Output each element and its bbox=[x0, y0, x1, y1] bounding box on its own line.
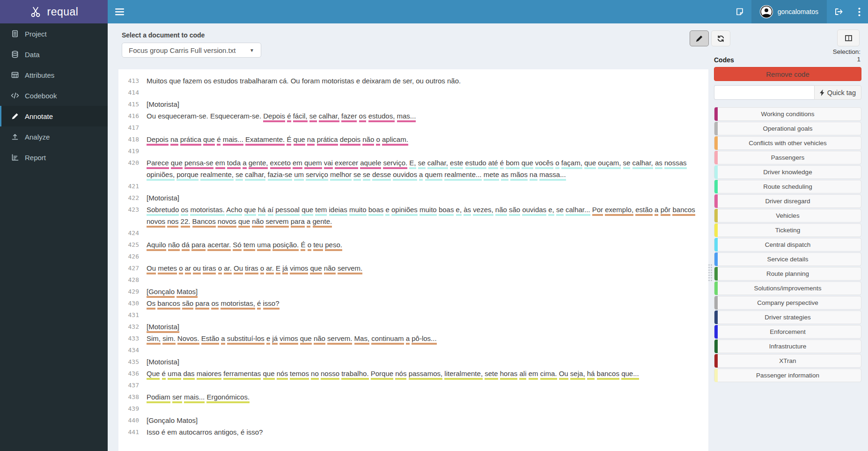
annotated-span[interactable]: Ou bbox=[234, 264, 243, 274]
annotated-span[interactable]: servem bbox=[265, 217, 288, 228]
annotated-span[interactable]: massa... bbox=[539, 170, 566, 181]
annotated-span[interactable]: sim. bbox=[162, 334, 176, 345]
panel-resize-handle[interactable] bbox=[707, 263, 712, 282]
highlighter-mode-button[interactable] bbox=[690, 30, 709, 46]
line-text[interactable]: Sobretudo os motoristas. Acho que há aí … bbox=[147, 204, 703, 227]
annotated-span[interactable]: muito bbox=[419, 206, 437, 216]
annotated-span[interactable]: calhar, bbox=[633, 159, 653, 169]
line-text[interactable]: Depois na prática que é mais... Exatamen… bbox=[147, 133, 703, 145]
annotated-span[interactable]: seja, bbox=[570, 370, 585, 380]
line-text[interactable]: Isso é em autocarros antigos, é isso? bbox=[147, 426, 703, 438]
annotated-span[interactable]: muito bbox=[349, 206, 367, 216]
annotated-span[interactable]: o bbox=[308, 241, 311, 251]
annotated-span[interactable]: realmente... bbox=[444, 170, 481, 181]
annotated-span[interactable]: fazia-se bbox=[268, 170, 293, 181]
annotated-span[interactable]: não bbox=[314, 334, 325, 345]
annotated-span[interactable]: servem. bbox=[327, 334, 352, 345]
annotated-span[interactable]: ar. bbox=[266, 264, 274, 274]
annotated-span[interactable]: nosso bbox=[321, 370, 339, 380]
annotated-span[interactable]: nos bbox=[167, 217, 178, 228]
annotated-span[interactable]: trabalho. bbox=[341, 370, 368, 380]
line-text[interactable]: Sim, sim. Novos. Estão a substituí-los e… bbox=[147, 333, 703, 344]
annotated-span[interactable]: Ou bbox=[559, 370, 568, 380]
annotated-span[interactable]: a bbox=[419, 170, 423, 181]
annotated-span[interactable]: já bbox=[282, 264, 288, 274]
annotated-span[interactable]: estudos, bbox=[368, 112, 395, 122]
annotated-span[interactable]: no bbox=[311, 370, 319, 380]
annotated-span[interactable]: Podiam bbox=[147, 393, 170, 403]
quick-tag-button[interactable]: Quick tag bbox=[814, 85, 861, 100]
annotated-span[interactable]: é bbox=[500, 159, 504, 169]
annotated-span[interactable]: na bbox=[307, 135, 315, 146]
annotated-span[interactable]: um bbox=[294, 170, 304, 181]
annotated-span[interactable]: é bbox=[257, 299, 261, 310]
annotated-span[interactable]: bancos bbox=[157, 299, 180, 310]
annotated-span[interactable]: gente. bbox=[313, 217, 332, 228]
annotated-span[interactable]: e bbox=[266, 334, 270, 345]
annotated-span[interactable]: continuam bbox=[371, 334, 404, 345]
annotated-span[interactable]: Aquilo bbox=[147, 241, 166, 251]
annotated-span[interactable]: Ou bbox=[147, 264, 156, 274]
annotated-span[interactable]: bom bbox=[506, 159, 519, 169]
line-text[interactable]: [Motorista] bbox=[147, 356, 703, 368]
annotated-span[interactable]: melhor bbox=[330, 170, 352, 181]
annotated-span[interactable]: as bbox=[501, 170, 508, 181]
annotated-span[interactable]: que bbox=[584, 159, 596, 169]
annotated-span[interactable]: mete bbox=[484, 170, 499, 181]
annotated-span[interactable]: para bbox=[191, 241, 206, 251]
annotated-span[interactable]: não bbox=[168, 241, 180, 251]
annotated-span[interactable]: vezes, bbox=[473, 206, 493, 216]
annotated-span[interactable]: é bbox=[217, 135, 221, 146]
annotated-span[interactable]: o bbox=[179, 264, 183, 274]
line-text[interactable] bbox=[147, 344, 703, 356]
code-item[interactable]: Driver knowledge bbox=[714, 165, 861, 179]
line-text[interactable]: Podiam ser mais... Ergonómicos. bbox=[147, 391, 703, 403]
code-item[interactable]: Central dispatch bbox=[714, 238, 861, 251]
code-item[interactable]: Solutions/improvements bbox=[714, 281, 861, 295]
line-text[interactable]: Aquilo não dá para acertar. Só tem uma p… bbox=[147, 239, 703, 251]
annotated-span[interactable]: literalmente, bbox=[444, 370, 483, 380]
annotated-span[interactable]: quem bbox=[425, 170, 443, 181]
annotated-span[interactable]: se bbox=[418, 159, 426, 169]
annotated-span[interactable]: aí bbox=[268, 206, 274, 216]
annotated-span[interactable]: os bbox=[359, 112, 367, 122]
annotated-span[interactable]: Depois bbox=[263, 112, 285, 122]
annotated-span[interactable]: para bbox=[195, 299, 209, 310]
annotated-span[interactable]: em bbox=[529, 370, 538, 380]
sidebar-item-data[interactable]: Data bbox=[0, 44, 108, 65]
notes-icon[interactable] bbox=[728, 0, 751, 23]
annotated-span[interactable]: se bbox=[353, 170, 361, 181]
annotated-span[interactable]: a bbox=[307, 217, 310, 228]
refresh-button[interactable] bbox=[711, 30, 730, 46]
annotated-span[interactable]: este bbox=[450, 159, 463, 169]
annotated-span[interactable]: vimos bbox=[280, 334, 298, 345]
annotated-span[interactable]: às bbox=[463, 206, 471, 216]
annotated-span[interactable]: nós bbox=[395, 370, 406, 380]
annotated-span[interactable]: [Gonçalo bbox=[147, 288, 175, 298]
line-text[interactable]: Parece que pensa-se em toda a gente, exc… bbox=[147, 157, 703, 180]
line-text[interactable] bbox=[147, 227, 703, 239]
sidebar-item-codebook[interactable]: Codebook bbox=[0, 85, 108, 106]
annotated-span[interactable]: pôr bbox=[661, 206, 671, 216]
annotated-span[interactable]: que... bbox=[621, 370, 639, 380]
annotated-span[interactable]: É bbox=[287, 135, 291, 146]
annotated-span[interactable]: maiores bbox=[197, 370, 221, 380]
annotated-span[interactable]: ouvidos bbox=[393, 170, 417, 181]
annotated-span[interactable]: Mas, bbox=[354, 334, 370, 345]
annotated-span[interactable]: se bbox=[235, 170, 243, 181]
annotated-span[interactable]: E bbox=[276, 264, 280, 274]
annotated-span[interactable]: novos bbox=[218, 217, 236, 228]
annotated-span[interactable]: substituí-los bbox=[227, 334, 265, 345]
annotated-span[interactable]: servem. bbox=[338, 264, 362, 274]
document-select[interactable]: Focus group Carris Full version.txt ▼ bbox=[122, 43, 261, 58]
annotated-span[interactable]: 22. bbox=[181, 217, 191, 228]
annotated-span[interactable]: Ergonómicos. bbox=[206, 393, 250, 403]
code-item[interactable]: Route planning bbox=[714, 267, 861, 281]
annotated-span[interactable]: tem bbox=[243, 241, 255, 251]
annotated-span[interactable]: não bbox=[324, 264, 336, 274]
annotated-span[interactable]: Sobretudo bbox=[147, 206, 179, 216]
annotated-span[interactable]: boas bbox=[368, 206, 384, 216]
annotated-span[interactable]: motoristas. bbox=[190, 206, 224, 216]
annotated-span[interactable]: o bbox=[218, 264, 222, 274]
hamburger-menu-icon[interactable] bbox=[115, 8, 124, 15]
